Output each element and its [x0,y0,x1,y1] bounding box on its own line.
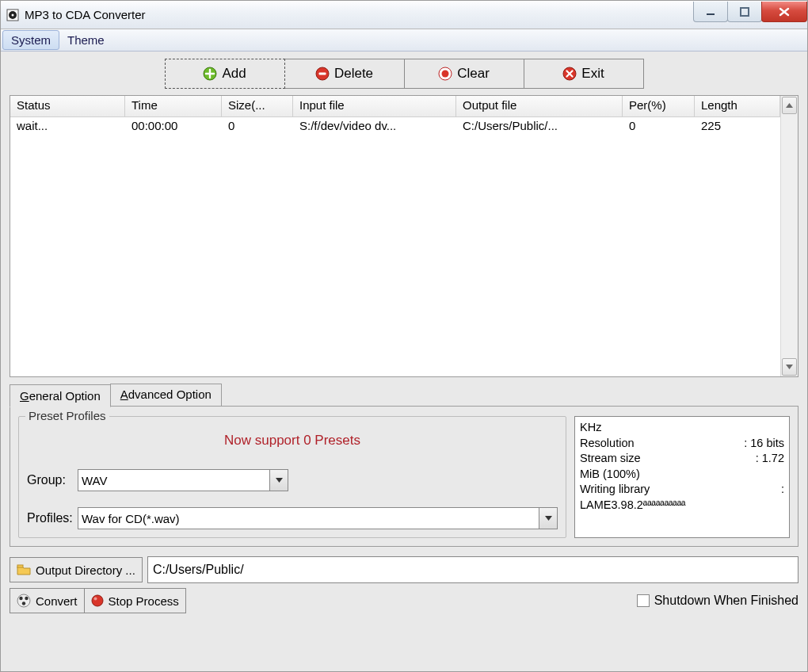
scroll-up-icon[interactable] [782,97,797,114]
chevron-down-icon [269,470,288,491]
clear-icon [438,67,452,81]
preset-legend: Preset Profiles [25,409,109,422]
info-stream-k: Stream size [580,451,756,467]
cell-size: 0 [222,117,293,136]
svg-point-14 [25,597,28,600]
delete-button[interactable]: Delete [284,59,405,89]
profiles-value: Wav for CD(*.wav) [82,512,180,525]
option-tabs: General Option Advanced Option [10,384,798,407]
svg-rect-3 [707,13,715,15]
folder-icon [17,564,31,575]
output-directory-button[interactable]: Output Directory ... [10,557,143,582]
content-area: Add Delete Clear Exit Status Time [1,52,807,671]
presets-message: Now support 0 Presets [27,433,558,449]
window-title: MP3 to CDA Converter [25,8,693,21]
checkbox-icon [637,594,650,607]
delete-label: Delete [334,66,373,82]
clear-label: Clear [457,66,490,82]
svg-rect-7 [318,73,326,75]
options-panel: Preset Profiles Now support 0 Presets Gr… [10,406,798,547]
col-output[interactable]: Output file [456,96,623,116]
minimize-button[interactable] [693,2,728,22]
cell-length: 225 [695,117,780,136]
col-length[interactable]: Length [695,96,780,116]
add-button[interactable]: Add [165,59,285,89]
info-mib: MiB (100%) [580,467,784,483]
info-stream-v: : 1.72 [756,451,784,467]
col-input[interactable]: Input file [293,96,456,116]
bottom-bar: Output Directory ... C:/Users/Public/ Co… [10,556,798,613]
output-directory-label: Output Directory ... [36,563,135,577]
cell-output: C:/Users/Public/... [456,117,623,136]
cell-status: wait... [10,117,125,136]
chevron-down-icon [539,508,557,529]
svg-rect-4 [741,8,749,16]
window-controls [693,2,807,21]
tab-general[interactable]: General Option [10,384,111,407]
delete-icon [315,67,330,81]
stop-icon [91,594,104,607]
exit-icon [562,67,577,81]
info-resolution-v: : 16 bits [744,436,784,452]
svg-point-17 [93,598,97,601]
toolbar: Add Delete Clear Exit [10,59,798,89]
shutdown-checkbox[interactable]: Shutdown When Finished [637,594,798,608]
col-status[interactable]: Status [10,96,125,116]
file-info-box: KHz Resolution: 16 bits Stream size: 1.7… [574,416,790,538]
stop-label: Stop Process [109,594,179,608]
svg-point-15 [22,601,25,605]
add-icon [203,67,217,81]
svg-rect-11 [17,565,23,567]
svg-point-13 [19,597,22,600]
cell-time: 00:00:00 [125,117,222,136]
menu-theme[interactable]: Theme [59,29,112,51]
preset-profiles-fieldset: Preset Profiles Now support 0 Presets Gr… [18,416,566,538]
svg-point-2 [12,13,14,16]
convert-icon [17,594,31,608]
convert-button[interactable]: Convert [10,588,85,613]
app-window: MP3 to CDA Converter System Theme Add De… [0,0,808,672]
exit-label: Exit [581,66,604,82]
info-resolution-k: Resolution [580,436,744,452]
add-label: Add [222,66,246,82]
svg-point-16 [92,595,103,606]
output-path-field[interactable]: C:/Users/Public/ [147,556,798,583]
svg-point-9 [442,71,449,78]
cell-per: 0 [623,117,695,136]
app-icon [6,8,20,22]
col-per[interactable]: Per(%) [623,96,695,116]
tab-advanced[interactable]: Advanced Option [110,384,222,407]
info-lame: LAME3.98.2ªªªªªªªªªª [580,498,784,514]
convert-label: Convert [36,594,78,608]
clear-button[interactable]: Clear [404,59,524,89]
scroll-down-icon[interactable] [782,358,797,376]
stop-process-button[interactable]: Stop Process [84,588,186,613]
group-value: WAV [82,474,108,487]
scrollbar[interactable] [780,96,798,376]
info-wl-v: : [781,482,784,498]
profiles-combo[interactable]: Wav for CD(*.wav) [78,507,558,529]
exit-button[interactable]: Exit [524,59,644,89]
list-header: Status Time Size(... Input file Output f… [10,96,780,117]
menu-bar: System Theme [1,29,807,52]
info-khz: KHz [580,420,784,436]
shutdown-label: Shutdown When Finished [654,594,798,608]
menu-system[interactable]: System [2,30,59,50]
info-wl-k: Writing library [580,482,781,498]
group-label: Group: [27,473,78,487]
profiles-label: Profiles: [27,511,78,525]
table-row[interactable]: wait... 00:00:00 0 S:/f/dev/video dv... … [10,117,780,136]
title-bar[interactable]: MP3 to CDA Converter [1,1,807,29]
file-list: Status Time Size(... Input file Output f… [10,95,798,377]
close-button[interactable] [761,2,807,22]
scroll-track[interactable] [781,115,798,357]
cell-input: S:/f/dev/video dv... [293,117,456,136]
group-combo[interactable]: WAV [78,469,288,491]
col-time[interactable]: Time [125,96,222,116]
col-size[interactable]: Size(... [222,96,293,116]
options-section: General Option Advanced Option Preset Pr… [10,384,798,547]
maximize-button[interactable] [727,2,762,22]
